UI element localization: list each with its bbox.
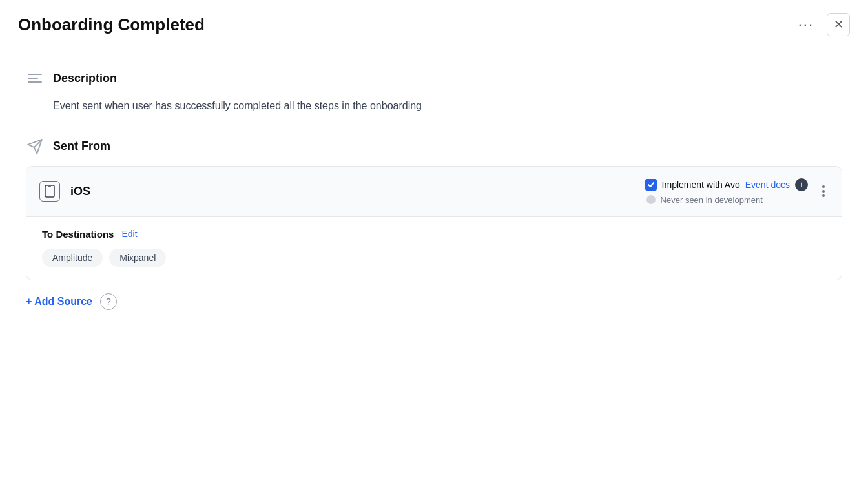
- implement-checkbox-row: Implement with Avo Event docs i: [645, 178, 808, 191]
- destinations-label: To Destinations: [42, 229, 114, 240]
- more-options-button[interactable]: ···: [793, 14, 819, 36]
- add-source-button[interactable]: + Add Source: [26, 296, 92, 307]
- destinations-header: To Destinations Edit: [42, 229, 826, 240]
- description-section: Description Event sent when user has suc…: [26, 69, 842, 114]
- dot-1: [822, 185, 825, 188]
- destinations-section: To Destinations Edit Amplitude Mixpanel: [26, 217, 842, 280]
- implement-label: Implement with Avo: [662, 180, 740, 190]
- source-card: iOS Implement with Avo Event docs: [26, 166, 842, 280]
- help-icon[interactable]: ?: [100, 293, 117, 310]
- sent-from-section-title: Sent From: [53, 140, 110, 153]
- description-section-title: Description: [53, 72, 117, 85]
- implement-checkbox[interactable]: [645, 179, 657, 191]
- description-section-header: Description: [26, 69, 842, 87]
- modal: Onboarding Completed ··· ✕ Desc: [0, 0, 868, 500]
- modal-title: Onboarding Completed: [18, 15, 205, 35]
- close-icon: ✕: [834, 17, 843, 32]
- edit-destinations-link[interactable]: Edit: [121, 229, 137, 239]
- mixpanel-tag: Mixpanel: [109, 249, 166, 267]
- ios-device-icon: [39, 181, 60, 202]
- modal-body: Description Event sent when user has suc…: [0, 48, 868, 346]
- lines-icon: [28, 74, 42, 83]
- header-actions: ··· ✕: [793, 13, 850, 36]
- close-button[interactable]: ✕: [827, 13, 850, 36]
- add-source-row: + Add Source ?: [26, 293, 842, 310]
- modal-header: Onboarding Completed ··· ✕: [0, 0, 868, 48]
- description-text: Event sent when user has successfully co…: [26, 98, 842, 114]
- event-docs-link[interactable]: Event docs: [745, 180, 790, 190]
- dot-3: [822, 194, 825, 197]
- destinations-tags: Amplitude Mixpanel: [42, 249, 826, 267]
- source-row: iOS Implement with Avo Event docs: [26, 167, 842, 217]
- source-more-options-button[interactable]: [818, 183, 829, 200]
- dev-status-text: Never seen in development: [661, 195, 763, 205]
- source-actions: Implement with Avo Event docs i Never se…: [645, 178, 829, 205]
- sent-from-section: Sent From iOS: [26, 138, 842, 310]
- info-icon[interactable]: i: [795, 178, 808, 191]
- dev-status-dot: [646, 195, 656, 204]
- description-icon: [26, 69, 44, 87]
- sent-from-header: Sent From: [26, 138, 842, 156]
- source-name: iOS: [70, 185, 635, 198]
- dot-2: [822, 190, 825, 193]
- implement-checkbox-area: Implement with Avo Event docs i Never se…: [645, 178, 808, 205]
- amplitude-tag: Amplitude: [42, 249, 103, 267]
- dev-status-row: Never seen in development: [645, 195, 808, 205]
- sent-from-icon: [26, 138, 44, 156]
